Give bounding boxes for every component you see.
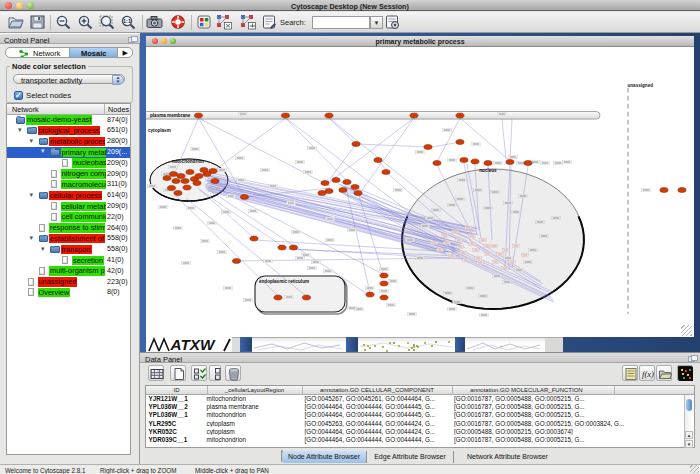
svg-text:mitochondrion: mitochondrion bbox=[172, 159, 204, 164]
svg-text:cytoplasm: cytoplasm bbox=[148, 128, 171, 133]
svg-text:unassigned: unassigned bbox=[628, 83, 654, 88]
svg-text:endoplasmic reticulum: endoplasmic reticulum bbox=[259, 279, 309, 284]
svg-text:f(x): f(x) bbox=[642, 369, 654, 379]
svg-text:ATXW: ATXW bbox=[169, 337, 216, 352]
svg-text:+: + bbox=[500, 343, 503, 348]
svg-text:1:1: 1:1 bbox=[123, 18, 131, 24]
svg-text:plasma membrane: plasma membrane bbox=[150, 113, 191, 118]
